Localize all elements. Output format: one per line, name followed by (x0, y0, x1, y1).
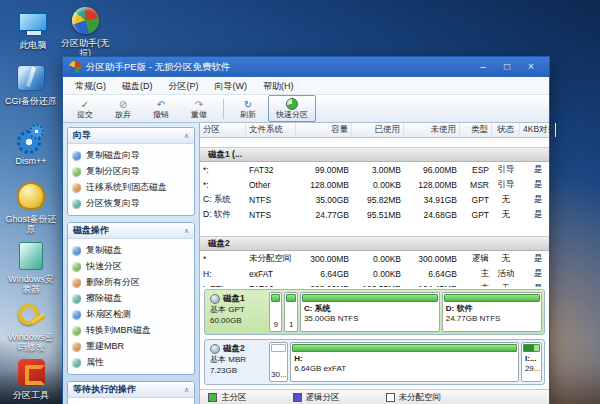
desktop-icon-dism[interactable]: Dism++ (4, 122, 58, 166)
sidebar-item-properties[interactable]: 属性 (72, 354, 190, 370)
table-row[interactable]: C: 系统NTFS35.00GB95.82MB34.91GBGPT无是 (200, 192, 549, 207)
column-header[interactable]: 未使用 (404, 123, 460, 137)
column-header[interactable]: 状态 (492, 123, 520, 137)
menu-item-1[interactable]: 磁盘(D) (114, 78, 161, 94)
sidebar-item-copy-disk-wizard[interactable]: 复制磁盘向导 (72, 147, 190, 163)
toolbar-button-redo[interactable]: ↷重做 (181, 96, 217, 121)
wipe-disk-icon (72, 294, 81, 303)
partition-block[interactable]: C: 系统35.00GB NTFS (300, 292, 440, 332)
partition-sub: 9 (271, 320, 280, 330)
partition-sub: 30... (271, 370, 286, 380)
sidebar-item-rebuild-mbr[interactable]: 重建MBR (72, 338, 190, 354)
column-header[interactable]: 容量 (296, 123, 352, 137)
disk-map-2[interactable]: 磁盘2基本 MBR7.23GB30...H:6.64GB exFATI:...2… (204, 339, 545, 385)
disk-info[interactable]: 磁盘1基本 GPT60.00GB (207, 292, 266, 332)
chevron-up-icon[interactable]: ∧ (184, 227, 189, 235)
cell: 是 (520, 253, 549, 265)
sidebar-group-title: 等待执行的操作 (73, 383, 136, 396)
partition-sub: 24.77GB NTFS (444, 314, 540, 324)
sidebar-item-copy-disk[interactable]: 复制磁盘 (72, 242, 190, 258)
cell: 主 (460, 268, 492, 280)
cell: MSR (460, 180, 492, 190)
table-row[interactable]: H:exFAT6.64GB0.00KB6.64GB主活动是 (200, 266, 549, 281)
sidebar-item-copy-partition-wizard[interactable]: 复制分区向导 (72, 163, 190, 179)
sidebar-item-migrate-os-to-ssd[interactable]: 迁移系统到固态磁盘 (72, 179, 190, 195)
desktop-icon-windows-installer[interactable]: Windows安装器 (4, 240, 58, 294)
menu-item-2[interactable]: 分区(P) (161, 78, 207, 94)
disk-icon (210, 294, 220, 304)
partition-block[interactable]: 30... (269, 342, 288, 382)
desktop-icon-windows-password[interactable]: Windows密码修改 (4, 298, 58, 352)
table-row[interactable]: D: 软件NTFS24.77GB95.51MB24.68GBGPT无是 (200, 207, 549, 222)
chevron-up-icon[interactable]: ∧ (184, 386, 189, 394)
sidebar-group-header[interactable]: 向导∧ (68, 128, 194, 144)
sidebar-item-quick-partition[interactable]: 快速分区 (72, 258, 190, 274)
partition-label: I:... (523, 354, 540, 364)
table-row[interactable]: *:FAT3299.00MB3.00MB96.00MBESP引导是 (200, 162, 549, 177)
cell: 34.91GB (404, 195, 460, 205)
partition-block[interactable]: 1 (284, 292, 297, 332)
partition-block[interactable]: D: 软件24.77GB NTFS (442, 292, 542, 332)
desktop-icon-diskgenius[interactable]: 分区工具 (4, 356, 58, 400)
column-header[interactable]: 文件系统 (246, 123, 296, 137)
desktop-icon-this-pc[interactable]: 此电脑 (6, 6, 60, 50)
partition-sub: 29... (523, 364, 540, 374)
toolbar-button-quick-partition[interactable]: 快速分区 (268, 95, 316, 122)
cell: 是 (520, 179, 549, 191)
partition-block[interactable]: 9 (269, 292, 282, 332)
chevron-up-icon[interactable]: ∧ (184, 132, 189, 140)
toolbar-button-discard[interactable]: ⊘放弃 (105, 96, 141, 121)
table-row[interactable]: *:Other128.00MB0.00KB128.00MBMSR引导是 (200, 177, 549, 192)
refresh-icon: ↻ (244, 99, 252, 110)
table-header: 分区文件系统容量已使用未使用类型状态4KB对齐 (200, 123, 549, 138)
table-row[interactable]: *未分配空间300.00MB0.00KB300.00MB逻辑无是 (200, 251, 549, 266)
desktop-icon-label: Dism++ (15, 156, 46, 166)
sidebar-item-wipe-disk[interactable]: 擦除磁盘 (72, 290, 190, 306)
disk-group-bar[interactable]: 磁盘2 (200, 236, 549, 251)
window-body: 向导∧复制磁盘向导复制分区向导迁移系统到固态磁盘分区恢复向导磁盘操作∧复制磁盘快… (63, 123, 549, 404)
cell: 无 (492, 209, 520, 221)
toolbar-button-commit-check[interactable]: ✓提交 (67, 96, 103, 121)
column-header[interactable]: 分区 (200, 123, 246, 137)
usage-band (271, 344, 286, 352)
menu-item-3[interactable]: 向导(W) (207, 78, 256, 94)
desktop-wallpaper: 此电脑分区助手(无损)CGI备份还原Dism++Ghost备份还原Windows… (0, 0, 600, 404)
sidebar-group-header[interactable]: 磁盘操作∧ (68, 223, 194, 239)
sidebar-item-label: 复制磁盘向导 (86, 149, 140, 162)
menu-item-4[interactable]: 帮助(H) (255, 78, 302, 94)
sidebar-item-delete-all-partitions[interactable]: 删除所有分区 (72, 274, 190, 290)
redo-icon: ↷ (195, 99, 203, 110)
partition-block[interactable]: I:...29... (521, 342, 542, 382)
usage-band (292, 344, 517, 352)
menu-item-0[interactable]: 常规(G) (67, 78, 114, 94)
disk-map-1[interactable]: 磁盘1基本 GPT60.00GB91C: 系统35.00GB NTFSD: 软件… (204, 289, 545, 335)
partition-block[interactable]: H:6.64GB exFAT (290, 342, 519, 382)
desktop-icon-ghost-backup[interactable]: Ghost备份还原 (4, 180, 58, 234)
toolbar-button-refresh[interactable]: ↻刷新 (230, 96, 266, 121)
cell: 300.00MB (296, 254, 352, 264)
column-header[interactable]: 4KB对齐 (520, 123, 556, 137)
sidebar-item-convert-to-mbr[interactable]: 转换到MBR磁盘 (72, 322, 190, 338)
quick-partition-icon (72, 262, 81, 271)
cell: 6.64GB (296, 269, 352, 279)
cell: 3.00MB (352, 165, 404, 175)
sidebar-item-bad-sector-check[interactable]: 坏扇区检测 (72, 306, 190, 322)
cell: FAT32 (246, 165, 296, 175)
column-header[interactable]: 已使用 (352, 123, 404, 137)
disk-group-bar[interactable]: 磁盘1 (... (200, 147, 549, 162)
disk-type: 基本 MBR (210, 354, 266, 365)
quick-partition-icon (286, 98, 298, 110)
sidebar-item-partition-recovery-wizard[interactable]: 分区恢复向导 (72, 195, 190, 211)
minimize-button[interactable]: – (471, 58, 495, 76)
desktop-icon-cgi-backup[interactable]: CGI备份还原 (4, 62, 58, 106)
partition-sub: 1 (286, 320, 295, 330)
column-header[interactable]: 类型 (460, 123, 492, 137)
toolbar-button-undo[interactable]: ↶撤销 (143, 96, 179, 121)
desktop-icon-partition-assistant[interactable]: 分区助手(无损) (58, 4, 112, 58)
title-bar[interactable]: 分区助手PE版 - 无损分区免费软件 –□× (63, 57, 549, 77)
disk-info[interactable]: 磁盘2基本 MBR7.23GB (207, 342, 266, 382)
sidebar-item-label: 复制磁盘 (86, 244, 122, 257)
sidebar-group-header[interactable]: 等待执行的操作∧ (68, 382, 194, 398)
close-button[interactable]: × (519, 58, 543, 76)
maximize-button[interactable]: □ (495, 58, 519, 76)
